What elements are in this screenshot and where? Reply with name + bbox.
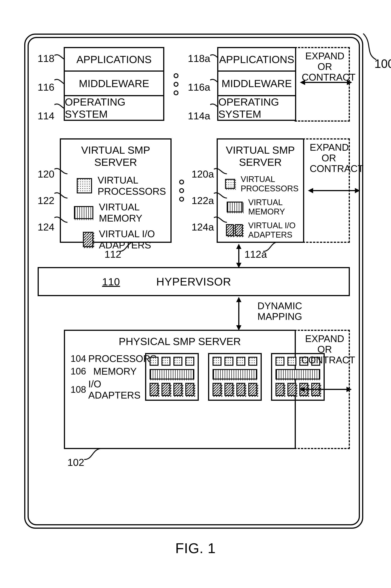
leader-112a xyxy=(263,242,280,253)
mem-icon-l xyxy=(65,206,93,219)
page: 100 118 116 114 xyxy=(0,0,391,588)
svg-rect-36 xyxy=(213,384,222,397)
h-arrow-sw xyxy=(300,79,352,86)
svg-rect-38 xyxy=(237,384,246,397)
vsmp-left: VIRTUAL SMP SERVER VIRTUAL PROCESSORS xyxy=(60,138,172,243)
svg-rect-6 xyxy=(75,207,94,220)
phys-io-label: I/O ADAPTERS xyxy=(88,378,140,401)
h-arrow-vsmp xyxy=(308,187,360,194)
svg-rect-33 xyxy=(237,358,246,367)
expand-vsmp: EXPAND OR CONTRACT xyxy=(304,138,350,243)
vsmp-title-l: VIRTUAL SMP SERVER xyxy=(65,144,166,168)
svg-rect-23 xyxy=(162,358,171,367)
physical-box: PHYSICAL SMP SERVER 104 PROCESSORS 106 M… xyxy=(64,330,296,449)
ref-108: 108 xyxy=(71,384,86,395)
ref-120a: 120a xyxy=(192,168,216,180)
ref-100: 100 xyxy=(375,57,391,71)
svg-rect-35 xyxy=(213,370,258,380)
arrow-vsmp-hyp xyxy=(235,244,243,268)
middleware-box-r: MIDDLEWARE xyxy=(217,72,296,96)
sw-stack-right: APPLICATIONS MIDDLEWARE OPERATING SYSTEM xyxy=(217,47,296,122)
os-box-r: OPERATING SYSTEM xyxy=(217,96,296,121)
svg-marker-17 xyxy=(236,244,241,249)
leader-102 xyxy=(84,448,105,461)
hypervisor-row: 110 HYPERVISOR xyxy=(38,267,350,296)
svg-rect-25 xyxy=(186,358,195,367)
svg-rect-11 xyxy=(227,225,235,237)
svg-marker-15 xyxy=(355,188,360,193)
dynamic-mapping-label: DYNAMIC MAPPING xyxy=(254,301,306,322)
vsmp-io-row-r: VIRTUAL I/O ADAPTERS xyxy=(222,221,298,239)
svg-rect-40 xyxy=(277,358,285,367)
vsmp-mem-r: VIRTUAL MEMORY xyxy=(248,198,298,216)
vsmp-box-left: VIRTUAL SMP SERVER VIRTUAL PROCESSORS xyxy=(60,138,172,243)
figure-label: FIG. 1 xyxy=(0,540,391,556)
phys-labels: 104 PROCESSORS 106 MEMORY 108 I/O ADAPTE… xyxy=(71,353,138,401)
software-stack-row: 118 116 114 APPLICATIONS MIDDLEWARE OPER… xyxy=(38,47,350,122)
refs-left-vsmp: 120 122 124 xyxy=(38,138,60,243)
expand-phys: EXPAND OR CONTRACT xyxy=(296,330,350,449)
vsmp-box-right: VIRTUAL SMP SERVER VIRTUAL PROCESSORS xyxy=(217,138,304,243)
vsmp-proc-r: VIRTUAL PROCESSORS xyxy=(241,174,298,193)
applications-box: APPLICATIONS xyxy=(64,47,165,72)
vsmp-proc-l: VIRTUAL PROCESSORS xyxy=(98,174,166,197)
ellipsis-vsmp xyxy=(172,138,192,243)
vsmp-proc-row-r: VIRTUAL PROCESSORS xyxy=(222,174,298,193)
svg-rect-37 xyxy=(225,384,234,397)
vsmp-io-row-l: VIRTUAL I/O ADAPTERS xyxy=(65,228,166,251)
expand-sw-label: EXPAND OR CONTRACT xyxy=(302,51,348,83)
svg-rect-31 xyxy=(213,358,222,367)
svg-rect-9 xyxy=(226,180,236,190)
mem-icon-r xyxy=(222,202,243,212)
ellipsis-sw xyxy=(164,47,188,122)
ref-122a: 122a xyxy=(192,195,216,206)
expand-phys-label: EXPAND OR CONTRACT xyxy=(301,333,348,366)
svg-marker-1 xyxy=(300,80,305,85)
phys-mem-label: MEMORY xyxy=(93,366,137,377)
svg-marker-2 xyxy=(347,80,352,85)
svg-rect-45 xyxy=(277,384,285,397)
sw-stack-left: APPLICATIONS MIDDLEWARE OPERATING SYSTEM xyxy=(64,47,165,122)
os-box: OPERATING SYSTEM xyxy=(64,96,165,121)
refs-right-vsmp: 120a 122a 124a xyxy=(192,138,216,243)
svg-marker-20 xyxy=(236,297,241,302)
vsmp-proc-row-l: VIRTUAL PROCESSORS xyxy=(65,174,166,197)
ref-114: 114 xyxy=(38,110,64,122)
ref-106: 106 xyxy=(71,366,91,377)
physical-row: PHYSICAL SMP SERVER 104 PROCESSORS 106 M… xyxy=(38,330,350,456)
hypervisor-label: HYPERVISOR xyxy=(156,275,231,288)
expand-sw: EXPAND OR CONTRACT xyxy=(296,47,350,122)
refs-left-sw: 118 116 114 xyxy=(38,47,64,122)
svg-rect-22 xyxy=(151,358,159,367)
ref-112: 112 xyxy=(104,248,121,260)
svg-marker-51 xyxy=(346,387,352,392)
svg-rect-34 xyxy=(249,358,258,367)
virtual-smp-row: 120 122 124 VIRTUAL SMP SERVER xyxy=(38,138,350,243)
middleware-box: MIDDLEWARE xyxy=(64,72,165,96)
svg-rect-24 xyxy=(174,358,183,367)
svg-marker-14 xyxy=(308,188,313,193)
refs-right-sw: 118a 116a 114a xyxy=(188,47,217,122)
diagram-content: 118 116 114 APPLICATIONS MIDDLEWARE OPER… xyxy=(38,47,350,515)
svg-rect-4 xyxy=(78,179,93,194)
vsmp-io-r: VIRTUAL I/O ADAPTERS xyxy=(248,221,298,239)
vsmp-mem-l: VIRTUAL MEMORY xyxy=(99,201,166,224)
phys-io-lrow: 108 I/O ADAPTERS xyxy=(71,378,138,401)
ref-104: 104 xyxy=(71,353,86,364)
svg-rect-27 xyxy=(151,384,159,397)
phys-body: 104 PROCESSORS 106 MEMORY 108 I/O ADAPTE… xyxy=(71,353,289,401)
ref-110: 110 xyxy=(102,276,120,288)
svg-rect-32 xyxy=(225,358,234,367)
io-icon-l xyxy=(65,232,93,247)
expand-vsmp-label: EXPAND OR CONTRACT xyxy=(310,142,348,174)
applications-box-r: APPLICATIONS xyxy=(217,47,296,72)
phys-mem-lrow: 106 MEMORY xyxy=(71,366,138,377)
arrow-hyp-phys xyxy=(235,297,243,330)
vsmp-mem-row-l: VIRTUAL MEMORY xyxy=(65,201,166,224)
vsmp-title-r: VIRTUAL SMP SERVER xyxy=(222,144,298,168)
vsmp-right: VIRTUAL SMP SERVER VIRTUAL PROCESSORS xyxy=(217,138,304,243)
ref-102: 102 xyxy=(67,456,84,468)
io-icon-r xyxy=(222,224,243,236)
outer-frame-inner: 118 116 114 APPLICATIONS MIDDLEWARE OPER… xyxy=(28,37,360,525)
proc-icon-l xyxy=(65,178,92,193)
